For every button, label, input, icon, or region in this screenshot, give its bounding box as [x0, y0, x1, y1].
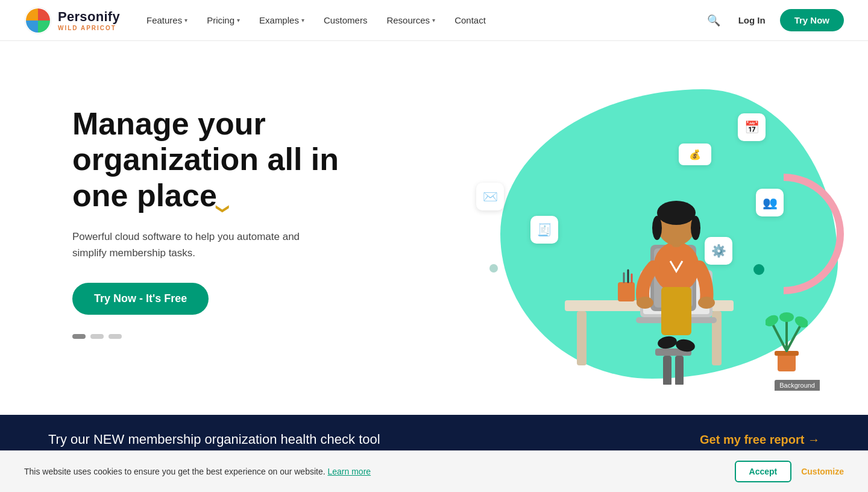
- nav-pricing[interactable]: Pricing ▾: [200, 10, 247, 30]
- navbar: Personify WILD APRICOT Features ▾ Pricin…: [0, 0, 868, 41]
- svg-point-31: [779, 312, 794, 322]
- cookie-text: This website uses cookies to ensure you …: [24, 467, 371, 476]
- banner-cta-link[interactable]: Get my free report →: [700, 433, 820, 447]
- svg-point-24: [698, 297, 715, 309]
- try-now-nav-button[interactable]: Try Now: [780, 9, 844, 31]
- cookie-banner: This website uses cookies to ensure you …: [0, 450, 868, 492]
- nav-examples[interactable]: Examples ▾: [252, 10, 312, 30]
- search-button[interactable]: 🔍: [703, 10, 724, 31]
- background-label: Background: [775, 380, 820, 391]
- hero-cta-button[interactable]: Try Now - It's Free: [72, 283, 209, 315]
- plant-decoration: [766, 310, 808, 379]
- svg-rect-25: [661, 287, 691, 335]
- hero-subtitle: Powerful cloud software to help you auto…: [72, 229, 326, 261]
- hero-content: Manage your organization all in one plac…: [72, 106, 374, 362]
- chevron-down-icon: ▾: [301, 17, 304, 24]
- search-icon: 🔍: [707, 14, 720, 27]
- svg-point-20: [657, 201, 696, 225]
- logo-icon: [24, 7, 52, 34]
- chevron-down-icon: ▾: [184, 17, 187, 24]
- nav-contact[interactable]: Contact: [447, 10, 493, 30]
- svg-rect-14: [675, 356, 684, 385]
- svg-point-22: [691, 216, 700, 240]
- gear-icon: ⚙️: [705, 237, 732, 265]
- login-button[interactable]: Log In: [734, 11, 770, 29]
- people-icon: 👥: [756, 189, 784, 216]
- svg-rect-13: [663, 356, 671, 385]
- small-dot-2: [753, 264, 764, 275]
- svg-rect-2: [577, 311, 587, 365]
- customize-cookies-button[interactable]: Customize: [801, 461, 844, 482]
- nav-customers[interactable]: Customers: [316, 10, 375, 30]
- nav-right: 🔍 Log In Try Now: [703, 9, 844, 31]
- email-icon: ✉️: [476, 183, 504, 210]
- dot-3[interactable]: [108, 334, 122, 339]
- cookie-learn-more-link[interactable]: Learn more: [328, 467, 371, 476]
- svg-point-26: [657, 335, 678, 350]
- desk-illustration: [547, 156, 752, 385]
- hero-illustration: 📅 💰 ✉️ 👥 🧾 ⚙️: [458, 77, 820, 391]
- nav-links: Features ▾ Pricing ▾ Examples ▾ Customer…: [139, 10, 493, 30]
- svg-rect-4: [618, 282, 635, 301]
- dot-2[interactable]: [90, 334, 104, 339]
- accept-cookies-button[interactable]: Accept: [735, 461, 792, 482]
- svg-point-17: [653, 242, 699, 292]
- small-dot-1: [489, 264, 498, 273]
- logo[interactable]: Personify WILD APRICOT: [24, 7, 120, 34]
- banner-text: Try our NEW membership organization heal…: [48, 432, 380, 447]
- scroll-down-icon[interactable]: ❯: [215, 203, 231, 415]
- logo-text: Personify WILD APRICOT: [58, 9, 120, 31]
- calendar-icon: 📅: [738, 113, 766, 141]
- nav-features[interactable]: Features ▾: [139, 10, 195, 30]
- hero-title: Manage your organization all in one plac…: [72, 106, 374, 214]
- hero-section: Manage your organization all in one plac…: [0, 41, 868, 415]
- svg-point-21: [652, 216, 662, 240]
- money-icon: 💰: [679, 144, 711, 165]
- svg-point-23: [637, 297, 653, 309]
- cookie-buttons: Accept Customize: [735, 461, 844, 482]
- chevron-down-icon: ▾: [432, 17, 435, 24]
- receipt-icon: 🧾: [530, 216, 558, 244]
- brand-name: Personify: [58, 9, 120, 25]
- brand-sub: WILD APRICOT: [58, 25, 120, 31]
- nav-resources[interactable]: Resources ▾: [379, 10, 442, 30]
- chevron-down-icon: ▾: [237, 17, 240, 24]
- nav-left: Personify WILD APRICOT Features ▾ Pricin…: [24, 7, 493, 34]
- dot-1[interactable]: [72, 334, 86, 339]
